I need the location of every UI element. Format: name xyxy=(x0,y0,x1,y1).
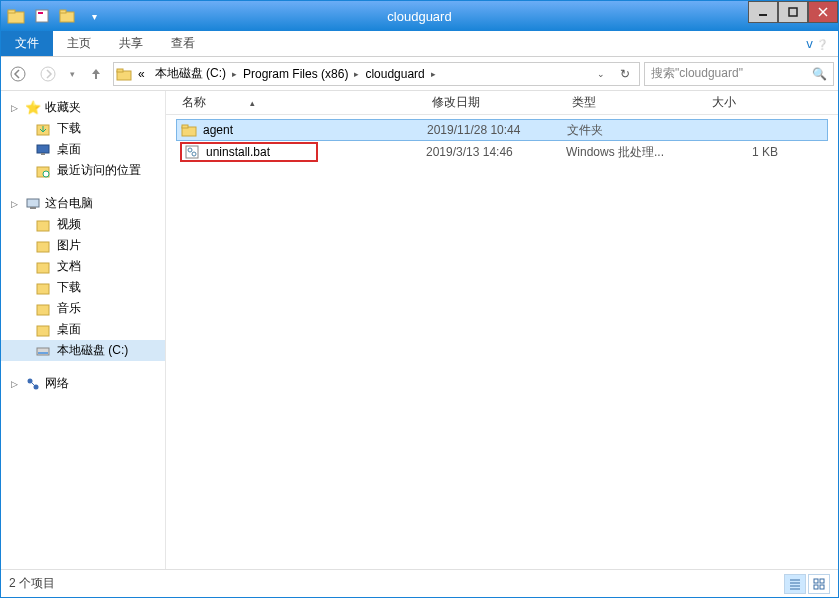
sidebar-group-label: 收藏夹 xyxy=(45,99,81,116)
address-dropdown-icon[interactable]: ⌄ xyxy=(589,69,613,79)
column-date[interactable]: 修改日期 xyxy=(424,94,564,111)
navigation-pane: ▷ ⭐ 收藏夹 下载 桌面 最近访问的位置 ▷ 这台电脑 视频 图片 文档 下载… xyxy=(1,91,166,569)
collapse-icon: ▷ xyxy=(11,379,21,389)
breadcrumb-prefix[interactable]: « xyxy=(134,65,149,83)
column-size[interactable]: 大小 xyxy=(704,94,784,111)
svg-rect-34 xyxy=(186,146,198,158)
properties-icon[interactable] xyxy=(31,5,53,27)
view-tab[interactable]: 查看 xyxy=(157,31,209,56)
svg-rect-3 xyxy=(38,12,43,14)
status-bar: 2 个项目 xyxy=(1,569,838,597)
sidebar-network[interactable]: ▷ 网络 xyxy=(1,373,165,394)
svg-rect-7 xyxy=(789,8,797,16)
sidebar-item-label: 下载 xyxy=(57,279,81,296)
sidebar-item-label: 本地磁盘 (C:) xyxy=(57,342,128,359)
sidebar-item-label: 视频 xyxy=(57,216,81,233)
file-row[interactable]: uninstall.bat 2019/3/13 14:46 Windows 批处… xyxy=(176,141,828,163)
sidebar-item-recent[interactable]: 最近访问的位置 xyxy=(1,160,165,181)
folder-app-icon xyxy=(5,5,27,27)
sidebar-favorites[interactable]: ▷ ⭐ 收藏夹 xyxy=(1,97,165,118)
svg-rect-33 xyxy=(182,125,188,128)
svg-rect-41 xyxy=(814,579,818,583)
file-tab[interactable]: 文件 xyxy=(1,31,53,56)
search-input[interactable]: 搜索"cloudguard" 🔍 xyxy=(644,62,834,86)
minimize-button[interactable] xyxy=(748,1,778,23)
sidebar-item-pictures[interactable]: 图片 xyxy=(1,235,165,256)
column-type[interactable]: 类型 xyxy=(564,94,704,111)
sidebar-group-label: 网络 xyxy=(45,375,69,392)
close-button[interactable] xyxy=(808,1,838,23)
up-button[interactable] xyxy=(83,61,109,87)
sidebar-item-label: 音乐 xyxy=(57,300,81,317)
breadcrumb-label: cloudguard xyxy=(365,67,424,81)
sidebar-item-downloads[interactable]: 下载 xyxy=(1,118,165,139)
folder-icon xyxy=(116,66,132,82)
new-folder-icon[interactable] xyxy=(57,5,79,27)
ribbon-expand-dropdown[interactable]: ⅴ ❔ xyxy=(796,37,838,51)
column-headers: 名称▴ 修改日期 类型 大小 xyxy=(166,91,838,115)
share-tab[interactable]: 共享 xyxy=(105,31,157,56)
details-view-button[interactable] xyxy=(784,574,806,594)
desktop-icon xyxy=(35,142,51,158)
sidebar-item-drive-c[interactable]: 本地磁盘 (C:) xyxy=(1,340,165,361)
sidebar-item-videos[interactable]: 视频 xyxy=(1,214,165,235)
sidebar-item-documents[interactable]: 文档 xyxy=(1,256,165,277)
file-pane: 名称▴ 修改日期 类型 大小 agent 2019/11/28 10:44 文件… xyxy=(166,91,838,569)
breadcrumb-segment[interactable]: Program Files (x86) xyxy=(239,65,352,83)
star-icon: ⭐ xyxy=(25,100,41,116)
search-placeholder: 搜索"cloudguard" xyxy=(651,65,743,82)
breadcrumb-segment[interactable]: cloudguard xyxy=(361,65,428,83)
svg-rect-19 xyxy=(27,199,39,207)
file-type: 文件夹 xyxy=(567,122,707,139)
svg-rect-28 xyxy=(38,352,48,354)
pictures-icon xyxy=(35,238,51,254)
file-type: Windows 批处理... xyxy=(566,144,706,161)
back-button[interactable] xyxy=(5,61,31,87)
sidebar-item-label: 桌面 xyxy=(57,321,81,338)
chevron-right-icon[interactable]: ▸ xyxy=(232,69,237,79)
chevron-right-icon[interactable]: ▸ xyxy=(431,69,436,79)
svg-line-31 xyxy=(31,382,35,386)
svg-rect-22 xyxy=(37,242,49,252)
svg-rect-23 xyxy=(37,263,49,273)
sidebar-item-label: 桌面 xyxy=(57,141,81,158)
svg-rect-42 xyxy=(820,579,824,583)
svg-rect-43 xyxy=(814,585,818,589)
recent-dropdown[interactable]: ▾ xyxy=(65,61,79,87)
sidebar-item-label: 图片 xyxy=(57,237,81,254)
file-row[interactable]: agent 2019/11/28 10:44 文件夹 xyxy=(176,119,828,141)
sidebar-item-desktop2[interactable]: 桌面 xyxy=(1,319,165,340)
sidebar-item-label: 下载 xyxy=(57,120,81,137)
sidebar-item-music[interactable]: 音乐 xyxy=(1,298,165,319)
file-date: 2019/3/13 14:46 xyxy=(426,145,566,159)
address-bar[interactable]: « 本地磁盘 (C:) ▸ Program Files (x86) ▸ clou… xyxy=(113,62,640,86)
svg-rect-5 xyxy=(60,10,66,13)
sidebar-thispc[interactable]: ▷ 这台电脑 xyxy=(1,193,165,214)
forward-button[interactable] xyxy=(35,61,61,87)
icons-view-button[interactable] xyxy=(808,574,830,594)
search-icon[interactable]: 🔍 xyxy=(812,67,827,81)
collapse-icon: ▷ xyxy=(11,199,21,209)
video-icon xyxy=(35,217,51,233)
sidebar-item-label: 文档 xyxy=(57,258,81,275)
svg-point-10 xyxy=(11,67,25,81)
breadcrumb-segment[interactable]: 本地磁盘 (C:) xyxy=(151,63,230,84)
svg-rect-2 xyxy=(36,10,48,22)
refresh-icon[interactable]: ↻ xyxy=(613,67,637,81)
breadcrumb-label: Program Files (x86) xyxy=(243,67,348,81)
navigation-bar: ▾ « 本地磁盘 (C:) ▸ Program Files (x86) ▸ cl… xyxy=(1,57,838,91)
svg-rect-24 xyxy=(37,284,49,294)
sidebar-item-downloads2[interactable]: 下载 xyxy=(1,277,165,298)
file-date: 2019/11/28 10:44 xyxy=(427,123,567,137)
download-icon xyxy=(35,121,51,137)
home-tab[interactable]: 主页 xyxy=(53,31,105,56)
svg-rect-20 xyxy=(30,207,36,209)
sidebar-group-label: 这台电脑 xyxy=(45,195,93,212)
sort-asc-icon: ▴ xyxy=(250,98,255,108)
chevron-right-icon[interactable]: ▸ xyxy=(354,69,359,79)
sidebar-item-desktop[interactable]: 桌面 xyxy=(1,139,165,160)
maximize-button[interactable] xyxy=(778,1,808,23)
file-size: 1 KB xyxy=(706,145,778,159)
column-name[interactable]: 名称▴ xyxy=(166,94,424,111)
qat-dropdown-icon[interactable]: ▾ xyxy=(83,5,105,27)
